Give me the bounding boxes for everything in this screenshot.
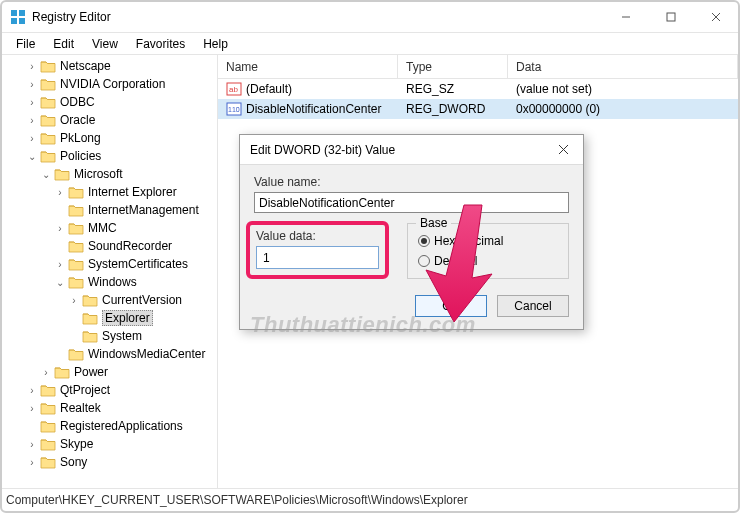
tree-item[interactable]: ›Netscape [2, 57, 217, 75]
tree-item[interactable]: ›Internet Explorer [2, 183, 217, 201]
value-name-label: Value name: [254, 175, 569, 189]
tree-label: ODBC [60, 95, 95, 109]
folder-icon [40, 113, 56, 127]
tree-item[interactable]: ›Oracle [2, 111, 217, 129]
folder-icon [40, 59, 56, 73]
svg-rect-2 [11, 18, 17, 24]
tree-item[interactable]: ›NVIDIA Corporation [2, 75, 217, 93]
menubar: File Edit View Favorites Help [2, 33, 738, 55]
ok-button[interactable]: OK [415, 295, 487, 317]
tree-item[interactable]: ›CurrentVersion [2, 291, 217, 309]
menu-file[interactable]: File [8, 35, 43, 53]
tree-label: QtProject [60, 383, 110, 397]
value-data-label: Value data: [256, 229, 379, 243]
tree-label: SoundRecorder [88, 239, 172, 253]
tree-item[interactable]: ›Realtek [2, 399, 217, 417]
tree-expand-icon[interactable]: ⌄ [26, 151, 38, 162]
tree-expand-icon[interactable]: › [26, 133, 38, 144]
folder-icon [40, 383, 56, 397]
tree-item[interactable]: ›Skype [2, 435, 217, 453]
radio-hex-label: Hexadecimal [434, 234, 503, 248]
base-groupbox: Base Hexadecimal Decimal [407, 223, 569, 279]
radio-icon [418, 255, 430, 267]
list-row[interactable]: 110DisableNotificationCenterREG_DWORD0x0… [218, 99, 738, 119]
tree-item[interactable]: SoundRecorder [2, 237, 217, 255]
tree-item[interactable]: ›MMC [2, 219, 217, 237]
tree-view[interactable]: ›Netscape›NVIDIA Corporation›ODBC›Oracle… [2, 55, 218, 488]
tree-expand-icon[interactable]: › [26, 385, 38, 396]
statusbar-path: Computer\HKEY_CURRENT_USER\SOFTWARE\Poli… [6, 493, 468, 507]
menu-favorites[interactable]: Favorites [128, 35, 193, 53]
tree-label: Power [74, 365, 108, 379]
folder-icon [82, 329, 98, 343]
folder-icon [68, 221, 84, 235]
tree-item[interactable]: InternetManagement [2, 201, 217, 219]
tree-label: NVIDIA Corporation [60, 77, 165, 91]
tree-expand-icon[interactable]: ⌄ [40, 169, 52, 180]
tree-item[interactable]: ⌄Microsoft [2, 165, 217, 183]
tree-item[interactable]: ›SystemCertificates [2, 255, 217, 273]
tree-item[interactable]: System [2, 327, 217, 345]
tree-expand-icon[interactable]: › [26, 403, 38, 414]
folder-icon [68, 347, 84, 361]
cancel-button[interactable]: Cancel [497, 295, 569, 317]
tree-expand-icon[interactable]: › [26, 115, 38, 126]
tree-label: Windows [88, 275, 137, 289]
tree-expand-icon[interactable]: › [26, 457, 38, 468]
menu-view[interactable]: View [84, 35, 126, 53]
minimize-button[interactable] [603, 2, 648, 32]
tree-item[interactable]: ⌄Policies [2, 147, 217, 165]
radio-decimal[interactable]: Decimal [418, 252, 558, 270]
tree-item[interactable]: ›Sony [2, 453, 217, 471]
svg-rect-0 [11, 10, 17, 16]
value-data-input[interactable] [256, 246, 379, 269]
tree-label: PkLong [60, 131, 101, 145]
tree-item[interactable]: ›ODBC [2, 93, 217, 111]
menu-edit[interactable]: Edit [45, 35, 82, 53]
dialog-close-button[interactable] [543, 142, 583, 158]
value-name-input[interactable] [254, 192, 569, 213]
menu-help[interactable]: Help [195, 35, 236, 53]
tree-expand-icon[interactable]: › [26, 79, 38, 90]
svg-rect-5 [667, 13, 675, 21]
col-header-type[interactable]: Type [398, 55, 508, 78]
dialog-title: Edit DWORD (32-bit) Value [250, 143, 395, 157]
tree-expand-icon[interactable]: ⌄ [54, 277, 66, 288]
tree-expand-icon[interactable]: › [68, 295, 80, 306]
tree-item[interactable]: ›PkLong [2, 129, 217, 147]
tree-item[interactable]: Explorer [2, 309, 217, 327]
value-data: 0x00000000 (0) [508, 102, 738, 116]
folder-icon [40, 419, 56, 433]
tree-item[interactable]: RegisteredApplications [2, 417, 217, 435]
folder-icon [40, 77, 56, 91]
list-row[interactable]: ab(Default)REG_SZ(value not set) [218, 79, 738, 99]
tree-expand-icon[interactable]: › [40, 367, 52, 378]
tree-item[interactable]: ›Power [2, 363, 217, 381]
radio-hexadecimal[interactable]: Hexadecimal [418, 232, 558, 250]
tree-expand-icon[interactable]: › [54, 223, 66, 234]
tree-item[interactable]: ›QtProject [2, 381, 217, 399]
col-header-data[interactable]: Data [508, 55, 738, 78]
close-button[interactable] [693, 2, 738, 32]
radio-dec-label: Decimal [434, 254, 477, 268]
statusbar: Computer\HKEY_CURRENT_USER\SOFTWARE\Poli… [2, 489, 738, 511]
tree-expand-icon[interactable]: › [54, 187, 66, 198]
col-header-name[interactable]: Name [218, 55, 398, 78]
tree-label: SystemCertificates [88, 257, 188, 271]
tree-item[interactable]: ⌄Windows [2, 273, 217, 291]
tree-expand-icon[interactable]: › [54, 259, 66, 270]
folder-icon [68, 185, 84, 199]
tree-item[interactable]: WindowsMediaCenter [2, 345, 217, 363]
tree-expand-icon[interactable]: › [26, 97, 38, 108]
tree-label: WindowsMediaCenter [88, 347, 205, 361]
tree-label: MMC [88, 221, 117, 235]
base-legend: Base [416, 216, 451, 230]
value-type: REG_DWORD [398, 102, 508, 116]
tree-expand-icon[interactable]: › [26, 61, 38, 72]
maximize-icon [666, 12, 676, 22]
value-name: DisableNotificationCenter [246, 102, 381, 116]
tree-label: Oracle [60, 113, 95, 127]
tree-expand-icon[interactable]: › [26, 439, 38, 450]
maximize-button[interactable] [648, 2, 693, 32]
value-data: (value not set) [508, 82, 738, 96]
